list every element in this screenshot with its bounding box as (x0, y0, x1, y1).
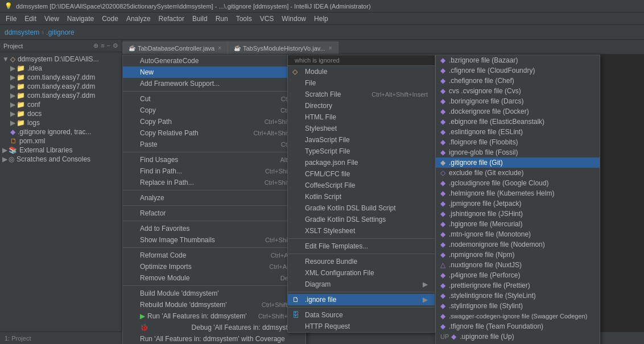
cm-item-build-module[interactable]: Build Module 'ddmsystem' (123, 288, 306, 299)
cm-item-reformat[interactable]: Reformat Code Ctrl+Alt+L (123, 250, 306, 261)
cm-item-copy-relative-path[interactable]: Copy Relative Path Ctrl+Alt+Shift+C (123, 127, 306, 139)
tree-item-logs[interactable]: ▶ 📁 logs (0, 118, 122, 127)
ignore-item-gcloud[interactable]: ◆ .gcloudignore file (Google Cloud) (436, 178, 600, 188)
ignore-item-mercurial[interactable]: ◆ .hgignore file (Mercurial) (436, 219, 600, 229)
ignore-item-cf[interactable]: ◆ .cfignore file (CloudFoundry) (436, 65, 600, 76)
ignore-item-chef[interactable]: ◆ .chefignore file (Chef) (436, 76, 600, 86)
ignore-item-stylelint[interactable]: ◆ .stylelintignore file (StyleLint) (436, 291, 600, 301)
ignore-item-tf[interactable]: ◆ .tfignore file (Team Foundation) (436, 321, 600, 331)
ignore-item-darcs[interactable]: ◆ .boringignore file (Darcs) (436, 96, 600, 106)
tree-item-pom[interactable]: 🗋 pom.xml (0, 136, 122, 146)
tree-item-idea[interactable]: ▶ 📁 .idea (0, 64, 122, 73)
ignore-item-perforce[interactable]: ◆ .p4ignore file (Perforce) (436, 270, 600, 280)
sm-item-scratch[interactable]: Scratch File Ctrl+Alt+Shift+Insert (288, 89, 435, 100)
cm-item-add-framework[interactable]: Add Framework Support... (123, 78, 306, 89)
cm-item-find-in-path[interactable]: Find in Path... Ctrl+Shift+F (123, 165, 306, 177)
sm-item-file[interactable]: File (288, 77, 435, 89)
sync-icon[interactable]: ⊕ (93, 42, 98, 49)
cm-item-optimize-imports[interactable]: Optimize Imports Ctrl+Alt+O (123, 261, 306, 272)
ignore-item-nodemon[interactable]: ◆ .nodemonignore file (Nodemon) (436, 239, 600, 250)
cm-item-add-favorites[interactable]: Add to Favorites (123, 223, 306, 234)
menu-item-run[interactable]: Run (212, 14, 232, 24)
sm-item-coffee[interactable]: CoffeeScript File (288, 180, 435, 191)
tab-close-1[interactable]: × (218, 45, 221, 51)
ignore-item-nuxt[interactable]: △ .nuxtignore file (NuxtJS) (436, 260, 600, 270)
tab-close-2[interactable]: × (329, 45, 332, 51)
ignore-item-ddmsystem[interactable]: y7.ddmsystem.plugin.iml (436, 342, 600, 344)
menu-item-build[interactable]: Build (189, 14, 211, 24)
menu-item-tools[interactable]: Tools (233, 14, 255, 24)
menu-item-view[interactable]: View (41, 14, 63, 24)
sm-item-gradle-settings[interactable]: Gradle Kotlin DSL Settings (288, 214, 435, 225)
ignore-item-fossil[interactable]: ◆ ignore-glob file (Fossil) (436, 147, 600, 158)
nav-ddmsystem[interactable]: ddmsystem (5, 28, 39, 36)
sm-item-xslt[interactable]: XSLT Stylesheet (288, 225, 435, 237)
ignore-item-cvs[interactable]: ◆ cvs .cvsignore file (Cvs) (436, 86, 600, 96)
ignore-item-docker[interactable]: ◆ .dockerignore file (Docker) (436, 106, 600, 117)
sm-item-http-request[interactable]: HTTP Request (288, 321, 435, 332)
tab-database-controller[interactable]: ☕ TabDatabaseController.java × (122, 42, 228, 54)
menu-item-vcs[interactable]: VCS (257, 14, 278, 24)
sm-item-cfml[interactable]: CFML/CFC file (288, 168, 435, 180)
sm-item-diagram[interactable]: Diagram ▶ (288, 279, 435, 290)
cm-item-paste[interactable]: Paste Ctrl+V (123, 139, 306, 150)
cm-item-find-usages[interactable]: Find Usages Alt+F7 (123, 154, 306, 165)
sm-item-stylesheet[interactable]: Stylesheet (288, 123, 435, 134)
tree-item-scratches[interactable]: ▶ ◎ Scratches and Consoles (0, 155, 122, 164)
tree-item-com1[interactable]: ▶ 📁 com.tiandy.easy7.ddm (0, 73, 122, 82)
sm-item-gradle-build[interactable]: Gradle Kotlin DSL Build Script (288, 202, 435, 214)
cm-item-run-all[interactable]: ▶ Run 'All Features in: ddmsystem' Ctrl+… (123, 310, 306, 322)
sm-item-module[interactable]: ◇ Module (288, 66, 435, 77)
ignore-item-npm[interactable]: ◆ .npmignore file (Npm) (436, 250, 600, 260)
ignore-item-swagger[interactable]: ◆ .swagger-codegen-ignore file (Swagger … (436, 311, 600, 321)
menu-item-navigate[interactable]: Navigate (64, 14, 97, 24)
menu-item-code[interactable]: Code (98, 14, 122, 24)
ignore-item-monotone[interactable]: ◆ .mtn-ignore file (Monotone) (436, 229, 600, 239)
ignore-item-jshint[interactable]: ◆ .jshintignore file (JSHint) (436, 209, 600, 219)
cm-item-analyze[interactable]: Analyze ▶ (123, 192, 306, 204)
tree-item-conf[interactable]: ▶ 📁 conf (0, 100, 122, 109)
cm-item-copy[interactable]: Copy Ctrl+C (123, 105, 306, 116)
ignore-item-jetpack[interactable]: ◆ .jpmignore file (Jetpack) (436, 198, 600, 209)
menu-item-window[interactable]: Window (278, 14, 309, 24)
cm-item-debug-all[interactable]: 🐞 Debug 'All Features in: ddmsystem' (123, 322, 306, 333)
cm-item-replace-in-path[interactable]: Replace in Path... Ctrl+Shift+R (123, 177, 306, 188)
gear-icon[interactable]: ⚙ (113, 42, 118, 49)
sm-item-data-source[interactable]: 🗄 Data Source (288, 309, 435, 321)
sm-item-resource-bundle[interactable]: Resource Bundle (288, 256, 435, 267)
cm-item-copy-path[interactable]: Copy Path Ctrl+Shift+C (123, 116, 306, 127)
ignore-item-eslint[interactable]: ◆ .eslintignore file (ESLint) (436, 127, 600, 137)
settings-icon[interactable]: ≡ (101, 42, 104, 49)
sm-item-ts[interactable]: TypeScript File (288, 146, 435, 157)
tab-sysmodule-history[interactable]: ☕ TabSysModuleHistoryVo.jav... × (228, 42, 338, 54)
ignore-item-git[interactable]: ◆ .gitignore file (Git) ← (436, 158, 600, 168)
cm-item-autogenerate[interactable]: AutoGenerateCode (123, 55, 306, 67)
ignore-item-floobits[interactable]: ◆ .floignore file (Floobits) (436, 137, 600, 147)
menu-item-file[interactable]: File (2, 14, 20, 24)
sm-item-js[interactable]: JavaScript File (288, 134, 435, 146)
sm-item-edit-templates[interactable]: Edit File Templates... (288, 241, 435, 252)
menu-item-help[interactable]: Help (311, 14, 332, 24)
tree-item-ddmsystem[interactable]: ▼ ◇ ddmsystem D:\IDEA\AllS... (0, 55, 122, 64)
ignore-item-elastic[interactable]: ◆ .ebignore file (ElasticBeanstalk) (436, 117, 600, 127)
minus-icon[interactable]: − (107, 42, 110, 49)
tree-item-com3[interactable]: ▶ 📁 com.tiandy.easy7.ddm (0, 91, 122, 100)
menu-item-edit[interactable]: Edit (21, 14, 40, 24)
ignore-item-prettier[interactable]: ◆ .prettierignore file (Prettier) (436, 280, 600, 291)
sm-item-package-json[interactable]: package.json File (288, 157, 435, 168)
cm-item-run-coverage[interactable]: Run 'All Features in: ddmsystem' with Co… (123, 333, 306, 344)
cm-item-rebuild-module[interactable]: Rebuild Module 'ddmsystem' Ctrl+Shift+F9 (123, 299, 306, 310)
tree-item-docs[interactable]: ▶ 📁 docs (0, 109, 122, 118)
ignore-item-stylint[interactable]: ◆ .stylintignore file (Stylint) (436, 301, 600, 311)
ignore-item-up[interactable]: UP ◆ .upignore file (Up) (436, 331, 600, 342)
sm-item-xml-config[interactable]: XML Configuration File (288, 267, 435, 279)
tree-item-com2[interactable]: ▶ 📁 com.tiandy.easy7.ddm (0, 82, 122, 91)
ignore-item-git-exclude[interactable]: ◇ exclude file (Git exclude) (436, 168, 600, 178)
tree-item-gitignore[interactable]: ◆ .gitignore ignored, trac... (0, 127, 122, 136)
menu-item-analyze[interactable]: Analyze (123, 14, 154, 24)
sm-item-kotlin[interactable]: Kotlin Script (288, 191, 435, 202)
cm-item-cut[interactable]: Cut Ctrl+X (123, 93, 306, 105)
ignore-item-helm[interactable]: ◆ .helmignore file (Kubernetes Helm) (436, 188, 600, 198)
menu-item-refactor[interactable]: Refactor (155, 14, 188, 24)
cm-item-refactor[interactable]: Refactor ▶ (123, 208, 306, 219)
